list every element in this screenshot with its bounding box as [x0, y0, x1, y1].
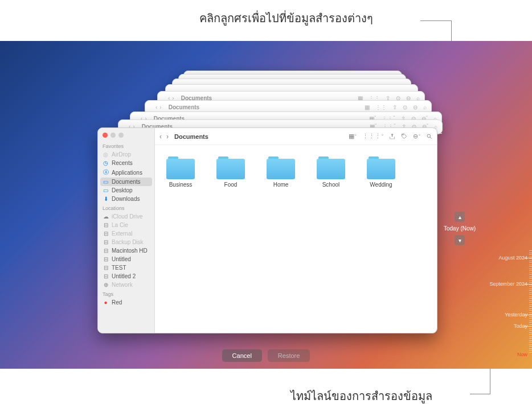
folder-school[interactable]: School	[311, 156, 351, 188]
sidebar-section-tags: Tags	[98, 289, 154, 298]
timeline-tick	[529, 277, 532, 277]
sidebar-item-applications[interactable]: ⒶApplications	[98, 167, 154, 178]
folder-grid: BusinessFoodHomeSchoolWedding	[155, 145, 437, 333]
close-button[interactable]	[103, 133, 108, 138]
disk-icon: ⊟	[103, 256, 109, 262]
timeline-tick	[529, 308, 532, 309]
sidebar-label: Network	[112, 282, 133, 288]
sidebar-label: Backup Disk	[112, 239, 144, 245]
folder-wedding[interactable]: Wedding	[361, 156, 401, 188]
folder-label: Business	[169, 182, 193, 188]
back-button[interactable]: ‹	[159, 133, 162, 141]
sidebar: Favorites ◎AirDrop◷RecentsⒶApplications▭…	[98, 128, 155, 333]
view-icon-button[interactable]: ▦ˇ	[349, 133, 357, 140]
timeline-tick	[529, 273, 532, 273]
timeline-tick	[529, 300, 532, 301]
timeline-down-button[interactable]: ▾	[455, 235, 465, 245]
timeline-label[interactable]: August 2024	[498, 255, 527, 261]
sidebar-item-la-cie[interactable]: ⊟La Cie	[98, 221, 154, 229]
timeline-tick	[529, 316, 532, 317]
folder-label: Food	[224, 182, 238, 188]
sidebar-section-favorites: Favorites	[98, 141, 154, 150]
folder-icon	[367, 156, 395, 179]
finder-window: Favorites ◎AirDrop◷RecentsⒶApplications▭…	[97, 127, 437, 333]
leader-line	[420, 20, 452, 21]
timeline-tick	[529, 306, 532, 307]
minimize-button[interactable]	[111, 133, 116, 138]
search-button[interactable]	[426, 133, 432, 139]
icloud-icon: ☁	[103, 213, 109, 220]
sidebar-item-recents[interactable]: ◷Recents	[98, 159, 154, 167]
folder-icon	[166, 156, 195, 179]
sidebar-item-airdrop[interactable]: ◎AirDrop	[98, 150, 154, 159]
sidebar-item-untitled[interactable]: ⊟Untitled	[98, 255, 154, 263]
recents-icon: ◷	[103, 160, 109, 166]
apps-icon: Ⓐ	[103, 168, 109, 176]
timeline-label[interactable]: Today	[514, 323, 527, 329]
folder-label: Wedding	[370, 182, 392, 188]
downloads-icon: ⬇	[103, 196, 109, 202]
timeline-tick	[529, 338, 532, 339]
sidebar-item-macintosh-hd[interactable]: ⊟Macintosh HD	[98, 246, 154, 255]
timeline-label[interactable]: September 2024	[489, 281, 527, 287]
folder-label: Home	[273, 182, 289, 188]
restore-button[interactable]: Restore	[268, 349, 310, 362]
sidebar-item-downloads[interactable]: ⬇Downloads	[98, 195, 154, 203]
sidebar-item-test[interactable]: ⊟TEST	[98, 263, 154, 272]
timeline-nav: ▴ Today (Now) ▾	[444, 212, 476, 245]
timeline-tick	[529, 298, 532, 299]
timeline-tick	[529, 254, 532, 255]
action-buttons: Cancel Restore	[0, 349, 532, 362]
disk-icon: ⊟	[103, 230, 109, 237]
timeline-tick	[529, 336, 532, 337]
folder-business[interactable]: Business	[161, 156, 200, 188]
timeline-tick	[529, 318, 532, 319]
timeline-tick	[529, 330, 532, 331]
sidebar-label: External	[112, 230, 133, 237]
maximize-button[interactable]	[118, 133, 124, 138]
sidebar-label: AirDrop	[112, 151, 131, 158]
sidebar-label: Macintosh HD	[112, 248, 148, 254]
timeline-tick	[529, 348, 532, 349]
timeline-label[interactable]: Yesterday	[505, 312, 527, 318]
sidebar-item-documents[interactable]: ▭Documents	[100, 178, 152, 186]
group-button[interactable]: ⋮⋮⋮ˇ	[362, 133, 383, 140]
folder-home[interactable]: Home	[261, 156, 301, 188]
timeline-tick	[529, 346, 532, 347]
leader-line	[470, 394, 490, 394]
sidebar-label: Untitled	[112, 256, 131, 262]
svg-point-0	[427, 134, 431, 138]
timeline-tick	[529, 328, 532, 329]
timeline-tick	[529, 334, 532, 335]
sidebar-item-backup-disk[interactable]: ⊟Backup Disk	[98, 238, 154, 246]
timeline-tick	[529, 257, 532, 257]
sidebar-item-external[interactable]: ⊟External	[98, 229, 154, 238]
svg-line-1	[430, 137, 432, 139]
folder-icon	[267, 156, 295, 179]
sidebar-item-untitled-2[interactable]: ⊟Untitled 2	[98, 272, 154, 281]
timeline-tick	[529, 322, 532, 323]
finder-main: ‹ › Documents ▦ˇ ⋮⋮⋮ˇ ⊖ˇ BusinessFoodHom…	[155, 128, 437, 333]
cancel-button[interactable]: Cancel	[222, 349, 262, 362]
share-button[interactable]	[389, 133, 395, 139]
timeline-tick	[529, 253, 532, 253]
sidebar-item-desktop[interactable]: ▭Desktop	[98, 186, 154, 195]
folder-food[interactable]: Food	[211, 156, 251, 188]
folder-label: School	[322, 182, 340, 188]
timeline-up-button[interactable]: ▴	[455, 212, 465, 222]
action-button[interactable]: ⊖ˇ	[413, 133, 420, 140]
sidebar-tag-red[interactable]: ●Red	[98, 298, 154, 307]
sidebar-label: Documents	[112, 179, 141, 185]
timeline-current-label: Today (Now)	[444, 225, 476, 232]
timeline-tick	[529, 258, 532, 259]
timeline-tick	[529, 270, 532, 271]
sidebar-label: Applications	[112, 170, 142, 176]
timeline-tick	[529, 281, 532, 281]
timeline-tick	[529, 294, 532, 295]
forward-button[interactable]: ›	[166, 133, 169, 141]
sidebar-item-network[interactable]: ⊕Network	[98, 281, 154, 289]
tag-button[interactable]	[401, 133, 407, 139]
timeline-tick	[529, 278, 532, 279]
sidebar-item-icloud-drive[interactable]: ☁iCloud Drive	[98, 212, 154, 221]
timeline-tick	[529, 344, 532, 345]
